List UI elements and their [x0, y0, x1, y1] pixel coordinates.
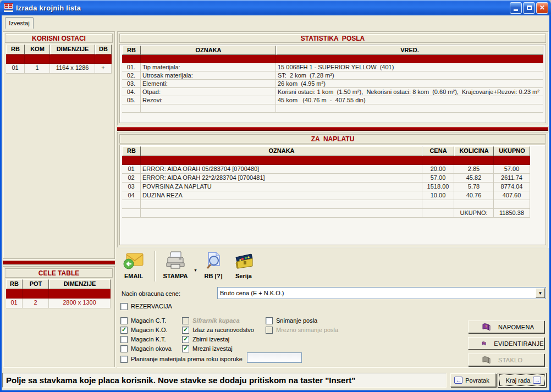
divider: [117, 367, 548, 368]
cele-table-table: RB POT DIMENZIJE 01 2 2800 x 1300: [6, 279, 111, 308]
col-header: KOLICINA: [454, 146, 494, 156]
app-icon: [4, 3, 13, 12]
panel-cele-table: CELE TABLE RB POT DIMENZIJE 01 2 2800 x …: [3, 266, 115, 367]
minimize-button[interactable]: [510, 2, 522, 14]
col-header: RB: [6, 45, 25, 54]
total-label: UKUPNO:: [454, 209, 494, 218]
book-icon: [482, 356, 491, 364]
stampa-button[interactable]: STAMPA: [159, 250, 192, 283]
window-title: Izrada krojnih lista: [16, 4, 509, 12]
printer-icon: [164, 250, 186, 272]
checkbox-icon[interactable]: [120, 356, 128, 363]
stampa-dropdown-arrow-icon[interactable]: [194, 264, 197, 274]
checkbox-icon[interactable]: [266, 317, 273, 324]
maximize-icon: [527, 5, 532, 10]
panel-title: ZA NAPLATU: [119, 134, 546, 143]
status-bar: Polje sa stavkama koje placa korisnik. N…: [2, 373, 447, 388]
treasure-chest-icon: [233, 250, 255, 272]
chevron-down-icon[interactable]: [536, 288, 545, 298]
arrow-right-icon: [533, 377, 541, 384]
panel-title: STATISTIKA POSLA: [119, 34, 546, 43]
col-header: UKUPNO: [494, 146, 530, 156]
col-header: OZNAKA: [141, 146, 422, 156]
separator-bar: [117, 127, 548, 131]
checkbox-icon[interactable]: [120, 327, 128, 334]
checkbox-magacin-ko[interactable]: Magacin K.O.: [120, 326, 168, 334]
statistika-body: RB OZNAKA VRED. 01. Tip materijala: 15 0…: [119, 44, 546, 123]
col-header: KOM: [25, 45, 50, 54]
toolbar-separator: [155, 251, 156, 281]
svg-text:?: ?: [483, 342, 484, 344]
checkbox-izlaz-za-racunovodstvo[interactable]: Izlaz za racunovodstvo: [182, 326, 254, 334]
tab-izvestaj[interactable]: Izvestaj: [5, 17, 34, 29]
korisni-ostaci-table: RB KOM DIMENZIJE DB 01 1 1164 x 1286 +: [6, 45, 112, 74]
povratak-button[interactable]: Povratak: [450, 373, 496, 387]
kraj-rada-button[interactable]: Kraj rada: [498, 373, 547, 388]
panel-title: CELE TABLE: [5, 268, 113, 278]
col-header: RB: [122, 146, 141, 156]
checkbox-icon[interactable]: [182, 327, 189, 334]
email-icon: [123, 250, 144, 272]
za-naplatu-table: RB OZNAKA CENA KOLICINA UKUPNO 01 ERROR:…: [122, 146, 530, 218]
statistika-table: RB OZNAKA VRED. 01. Tip materijala: 15 0…: [122, 46, 543, 113]
panel-title: KORISNI OSTACI: [5, 34, 113, 43]
rb-button[interactable]: RB [?]: [200, 250, 227, 283]
separator-bar: [3, 261, 115, 264]
checkbox-magacin-ct[interactable]: Magacin C.T.: [120, 317, 166, 324]
serija-button[interactable]: Serija: [229, 250, 258, 283]
tab-label: Izvestaj: [9, 20, 29, 26]
app-window: Izrada krojnih lista Izvestaj KORISNI OS…: [0, 0, 551, 392]
za-naplatu-body: RB OZNAKA CENA KOLICINA UKUPNO 01 ERROR:…: [119, 145, 546, 245]
checkbox-icon[interactable]: [120, 345, 128, 352]
page: Izvestaj KORISNI OSTACI RB KOM DIMENZIJE…: [2, 15, 549, 390]
close-button close-icon[interactable]: [536, 2, 548, 14]
evidentiranje-button[interactable]: ? EVIDENTIRANJE: [468, 337, 544, 350]
checkbox-zbirni-izvestaj[interactable]: Zbirni izvestaj: [182, 335, 229, 343]
col-header: RB: [122, 46, 141, 55]
pricing-combobox[interactable]: Bruto cena (E + N.K.O.): [217, 287, 546, 299]
planiranje-date-input[interactable]: [247, 352, 302, 363]
col-header: DIMENZIJE: [49, 279, 111, 289]
checkbox-mrezno-snimanje-posla[interactable]: Mrezno snimanje posla: [266, 326, 338, 334]
arrow-left-icon: [454, 377, 462, 384]
minimize-icon: [514, 9, 518, 11]
pricing-label: Nacin obracuna cene:: [122, 290, 180, 297]
checkbox-icon[interactable]: [182, 317, 189, 324]
panel-korisni-ostaci: KORISNI OSTACI RB KOM DIMENZIJE DB 01 1 …: [3, 31, 115, 259]
checkbox-icon[interactable]: [266, 327, 273, 334]
panel-za-naplatu: ZA NAPLATU RB OZNAKA CENA KOLICINA UKUPN…: [117, 132, 548, 247]
staklo-button[interactable]: STAKLO: [468, 354, 544, 366]
checkbox-icon[interactable]: [120, 336, 128, 343]
checkbox-icon[interactable]: [120, 303, 128, 310]
document-search-icon: [203, 250, 224, 272]
checkbox-icon[interactable]: [182, 345, 189, 352]
col-header: POT: [23, 279, 49, 289]
checkbox-sifrarnik-kupaca[interactable]: Sifrarnik kupaca: [182, 317, 240, 324]
col-header: CENA: [422, 146, 454, 156]
col-header: DB: [95, 45, 112, 54]
titlebar: Izrada krojnih lista: [0, 0, 551, 15]
email-button[interactable]: EMAIL: [119, 250, 148, 283]
panel-statistika-posla: STATISTIKA POSLA RB OZNAKA VRED. 01. Tip…: [117, 31, 548, 125]
col-header: RB: [6, 279, 23, 289]
total-value: 11850.38: [494, 209, 530, 218]
checkbox-magacin-kt[interactable]: Magacin K.T.: [120, 335, 166, 343]
maximize-button[interactable]: [523, 2, 535, 14]
col-header: VRED.: [276, 46, 543, 55]
checkbox-icon[interactable]: [182, 336, 189, 343]
checkbox-icon[interactable]: [120, 317, 128, 324]
napomena-button[interactable]: ? NAPOMENA: [468, 321, 544, 333]
checkbox-mrezni-izvestaj[interactable]: Mrezni izvestaj: [182, 345, 233, 352]
book-icon: ?: [482, 339, 486, 347]
svg-text:?: ?: [485, 325, 487, 328]
status-text: Polje sa stavkama koje placa korisnik. N…: [6, 376, 355, 385]
pricing-value: Bruto cena (E + N.K.O.): [218, 290, 535, 296]
checkbox-snimanje-posla[interactable]: Snimanje posla: [266, 317, 317, 324]
checkbox-magacin-okova[interactable]: Magacin okova: [120, 345, 172, 352]
book-icon: ?: [482, 323, 491, 331]
checkbox-rezervacija[interactable]: REZERVACIJA: [120, 302, 172, 310]
col-header: DIMENZIJE: [50, 45, 95, 54]
checkbox-planiranje-materijala[interactable]: Planiranje materijala prema roku isporuk…: [120, 355, 243, 363]
col-header: OZNAKA: [141, 46, 276, 55]
